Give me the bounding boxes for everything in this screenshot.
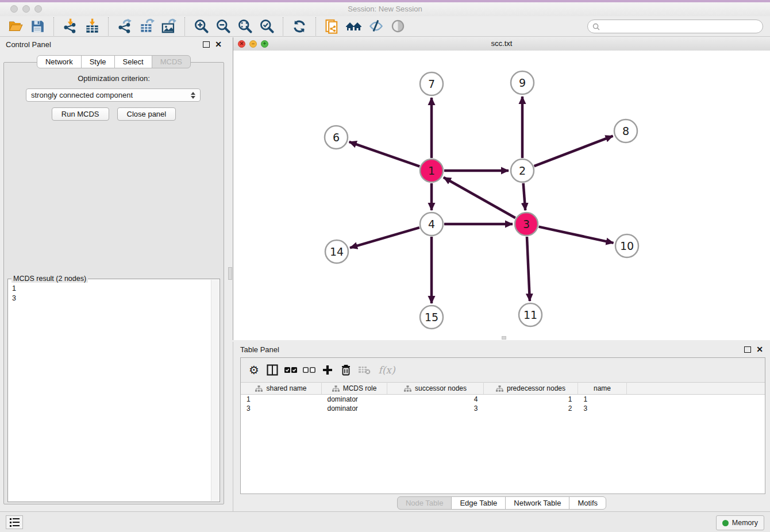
float-panel-icon[interactable] [203, 41, 210, 48]
tab-motifs[interactable]: Motifs [569, 496, 606, 510]
float-table-panel-icon[interactable] [744, 346, 751, 353]
table-cell[interactable]: 1 [241, 395, 322, 404]
minimize-network-button[interactable]: − [249, 40, 257, 48]
zoom-fit-button[interactable] [236, 17, 254, 36]
table-cell[interactable]: 3 [241, 404, 322, 413]
column-header-shared-name[interactable]: shared name [241, 383, 322, 395]
maximize-network-button[interactable]: + [261, 40, 268, 48]
column-header-name[interactable]: name [578, 383, 627, 395]
table-cell[interactable]: dominator [322, 404, 387, 413]
graph-node-2[interactable]: 2 [511, 159, 534, 182]
table-cell[interactable]: dominator [322, 395, 387, 404]
import-table-button[interactable] [83, 17, 101, 36]
function-builder-button[interactable]: f(x) [375, 363, 398, 377]
network-graph[interactable]: 7968124314101511 [233, 51, 770, 340]
graph-edge-1-6[interactable] [349, 142, 420, 167]
graph-edge-4-14[interactable] [350, 228, 419, 248]
tab-style[interactable]: Style [81, 55, 115, 68]
graph-node-label: 6 [333, 131, 340, 144]
result-scrollbar[interactable] [211, 280, 219, 501]
task-history-button[interactable] [6, 515, 23, 529]
table-settings-button[interactable]: ⚙ [247, 363, 261, 377]
delete-row-button[interactable] [338, 363, 353, 377]
panel-splitter[interactable] [228, 37, 233, 511]
run-mcds-button[interactable]: Run MCDS [52, 107, 109, 121]
tab-network-table[interactable]: Network Table [505, 496, 569, 510]
home-button[interactable] [345, 17, 363, 36]
close-table-panel-icon[interactable]: ✕ [756, 345, 763, 353]
global-search[interactable] [587, 20, 763, 33]
column-header-successor-nodes[interactable]: successor nodes [387, 383, 484, 395]
zoom-in-button[interactable] [192, 17, 210, 36]
save-session-button[interactable] [28, 17, 47, 36]
select-all-button[interactable] [283, 363, 298, 377]
graph-node-3[interactable]: 3 [515, 213, 538, 236]
search-input[interactable] [603, 22, 758, 31]
show-graphics-details-button[interactable] [388, 17, 407, 36]
close-window-button[interactable] [10, 5, 18, 13]
tab-mcds[interactable]: MCDS [152, 55, 191, 68]
network-snapshot-button[interactable] [323, 17, 341, 36]
graph-node-label: 7 [428, 78, 435, 90]
table-cell[interactable]: 1 [578, 395, 627, 404]
graph-node-11[interactable]: 11 [519, 303, 542, 326]
close-panel-button[interactable]: Close panel [117, 107, 176, 121]
export-image-button[interactable] [159, 17, 178, 36]
column-header-predecessor-nodes[interactable]: predecessor nodes [484, 383, 578, 395]
tab-select[interactable]: Select [114, 55, 152, 68]
graph-edge-3-10[interactable] [538, 227, 613, 243]
table-cell[interactable]: 1 [484, 395, 578, 404]
destroy-table-icon [358, 365, 371, 375]
graph-node-label: 15 [425, 311, 438, 323]
graph-node-15[interactable]: 15 [420, 306, 443, 329]
tab-edge-table[interactable]: Edge Table [451, 496, 506, 510]
table-row[interactable]: 1dominator411 [241, 395, 765, 404]
splitter-grip[interactable] [228, 267, 232, 280]
window-controls[interactable] [10, 5, 42, 13]
zoom-out-button[interactable] [214, 17, 232, 36]
tab-network[interactable]: Network [37, 55, 82, 68]
apply-layout-button[interactable] [290, 17, 309, 36]
import-network-button[interactable] [61, 17, 79, 36]
graph-node-6[interactable]: 6 [325, 126, 348, 149]
table-cell[interactable]: 3 [387, 404, 484, 413]
deselect-all-button[interactable] [302, 363, 317, 377]
graph-edge-3-1[interactable] [444, 178, 515, 218]
table-cell[interactable]: 2 [484, 404, 578, 413]
close-network-button[interactable]: ✕ [238, 40, 245, 48]
table-cell[interactable]: 4 [387, 395, 484, 404]
graph-node-9[interactable]: 9 [511, 71, 534, 94]
minimize-window-button[interactable] [22, 5, 30, 13]
node-table[interactable]: shared nameMCDS rolesuccessor nodesprede… [241, 382, 765, 413]
export-network-button[interactable] [116, 17, 134, 36]
table-row[interactable]: 3dominator323 [241, 404, 765, 413]
zoom-selected-button[interactable] [257, 17, 276, 36]
graph-edge-2-8[interactable] [534, 136, 613, 167]
export-table-button[interactable] [137, 17, 156, 36]
graph-edge-3-11[interactable] [527, 237, 530, 301]
criterion-dropdown[interactable]: strongly connected component [26, 88, 201, 102]
memory-button[interactable]: Memory [716, 515, 764, 530]
network-window-controls[interactable]: ✕ − + [238, 40, 268, 48]
graph-node-4[interactable]: 4 [420, 213, 443, 236]
hide-graphics-details-button[interactable] [367, 17, 385, 36]
add-row-button[interactable] [320, 363, 335, 377]
destroy-table-button[interactable] [357, 363, 372, 377]
graph-node-7[interactable]: 7 [420, 72, 443, 95]
network-window-titlebar[interactable]: ✕ − + scc.txt [233, 37, 770, 51]
table-cell[interactable]: 3 [578, 404, 627, 413]
optimization-criterion-label: Optimization criterion: [4, 74, 224, 83]
tab-node-table[interactable]: Node Table [397, 496, 452, 510]
close-panel-icon[interactable]: ✕ [215, 40, 222, 48]
graph-node-10[interactable]: 10 [615, 234, 638, 257]
network-resize-handle[interactable] [502, 336, 506, 340]
zoom-window-button[interactable] [34, 5, 42, 13]
split-view-button[interactable] [265, 363, 280, 377]
open-session-button[interactable] [6, 17, 25, 36]
network-canvas[interactable]: 7968124314101511 [233, 51, 770, 340]
graph-node-14[interactable]: 14 [325, 240, 348, 263]
graph-edge-2-3[interactable] [523, 183, 526, 210]
column-header-mcds-role[interactable]: MCDS role [322, 383, 387, 395]
graph-node-1[interactable]: 1 [420, 159, 443, 182]
graph-node-8[interactable]: 8 [614, 119, 637, 142]
